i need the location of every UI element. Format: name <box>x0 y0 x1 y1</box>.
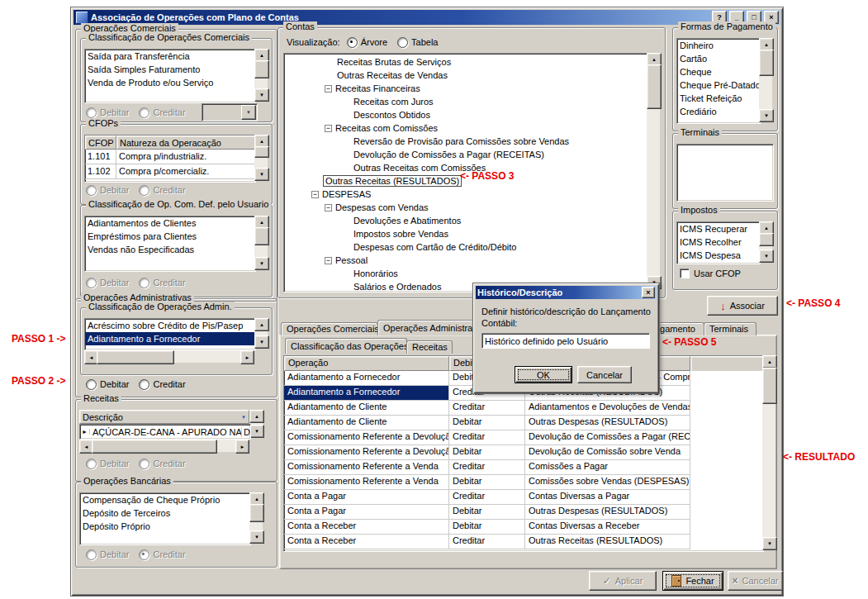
tab-operacoes-comerciais[interactable]: Operações Comerciais <box>281 322 378 335</box>
radio-tabela[interactable] <box>397 37 408 48</box>
list-formas-pagamento[interactable]: Dinheiro Cartão Cheque Cheque Pré-Datado… <box>676 38 761 124</box>
grid-cell[interactable]: Creditar <box>449 430 525 445</box>
list-item[interactable]: Crediário <box>677 105 760 118</box>
grid-row[interactable]: Comissionamento Referente a Venda Debita… <box>284 475 763 490</box>
grid-cell[interactable]: Comissionamento Referente a Devolução <box>284 430 449 445</box>
list-item[interactable]: Ticket Refeição <box>677 92 760 105</box>
tree-item[interactable]: −Pessoal <box>284 254 647 267</box>
scroll-down-icon[interactable]: ▼ <box>759 109 774 122</box>
natureza-cell[interactable]: Compra p/comercializ. <box>116 164 255 179</box>
list-item[interactable]: Depósito de Terceiros <box>80 506 250 520</box>
cfop-column-header[interactable]: CFOP ▲ <box>85 135 116 150</box>
grid-cell[interactable]: Debitar <box>449 520 525 535</box>
historico-input[interactable] <box>481 333 650 349</box>
cfop-cell[interactable]: 1.102 <box>85 164 116 179</box>
list-terminais[interactable] <box>676 144 774 202</box>
tree-item[interactable]: −Receitas com Comissões <box>284 121 647 135</box>
list-item[interactable]: Saída Simples Faturamento <box>85 63 255 76</box>
radio-creditar[interactable] <box>139 379 149 390</box>
natureza-cell[interactable]: Compra p/industrializ. <box>116 150 255 164</box>
list-def-usuario[interactable]: Adiantamentos de Clientes Empréstimos pa… <box>84 216 256 272</box>
tree-item[interactable]: Reversão de Provisão para Comissões sobr… <box>284 135 647 148</box>
list-item[interactable]: Empréstimos para Clientes <box>85 230 255 243</box>
vertical-scrollbar[interactable]: ▲ ▼ <box>762 355 776 550</box>
list-item[interactable]: ICMS Recolher <box>677 235 760 249</box>
scrollbar-thumb[interactable] <box>92 440 217 454</box>
receita-descricao[interactable]: AÇÚCAR-DE-CANA - APURADO NA DAPI <box>90 427 241 437</box>
list-operacoes-bancarias[interactable]: Compensação de Cheque Próprio Depósito d… <box>79 492 251 545</box>
list-item[interactable]: Vendas não Especificadas <box>85 243 255 256</box>
grid-cell[interactable]: Comissionamento Referente a Venda <box>284 460 449 475</box>
tree-item[interactable]: Honorários <box>284 267 647 280</box>
tree-item[interactable]: Despesas com Cartão de Crédito/Débito <box>284 240 647 254</box>
grid-cell[interactable]: Comissionamento Referente a Devolução <box>284 445 449 460</box>
grid-cell[interactable]: Contas Diversas a Pagar <box>525 490 690 505</box>
grid-cell[interactable]: Debitar <box>449 416 525 430</box>
cfop-row[interactable]: 1.102 Compra p/comercializ. <box>85 164 255 179</box>
grid-cell[interactable]: Devolução de Comissão sobre Venda <box>525 445 690 460</box>
tab-terminais[interactable]: Terminais <box>704 322 757 335</box>
grid-cell[interactable]: Creditar <box>449 401 525 416</box>
grid-cell[interactable]: Debitar <box>449 475 525 490</box>
list-item[interactable]: Adiantamentos de Clientes <box>85 216 255 230</box>
scroll-down-icon[interactable]: ▼ <box>759 250 774 263</box>
vertical-scrollbar[interactable]: ▲ ▼ <box>254 318 268 349</box>
vertical-scrollbar[interactable]: ▲ ▼ <box>647 53 660 289</box>
scroll-up-icon[interactable]: ▲ <box>254 318 269 331</box>
grid-cell[interactable]: Adiantamento a Fornecedor <box>284 386 449 401</box>
list-classificacao-comerciais[interactable]: Saída para Transferência Saída Simples F… <box>84 49 256 103</box>
grid-header-operacao[interactable]: Operação <box>284 356 449 371</box>
scrollbar-thumb[interactable] <box>759 50 774 76</box>
scroll-up-icon[interactable]: ▲ <box>762 355 777 368</box>
list-item[interactable]: Venda de Produto e/ou Serviço <box>85 76 255 89</box>
scroll-right-icon[interactable]: ► <box>235 440 249 454</box>
grid-cell[interactable]: Conta a Pagar <box>284 490 449 505</box>
vertical-scrollbar[interactable]: ▲ ▼ <box>759 221 772 263</box>
associar-button[interactable]: ↓ Associar <box>707 296 778 316</box>
tree-item[interactable]: Impostos sobre Vendas <box>284 227 647 240</box>
list-item-selected[interactable]: Adiantamento a Fornecedor <box>85 332 255 345</box>
cfop-cell[interactable]: 1.101 <box>85 150 116 164</box>
scrollbar-thumb[interactable] <box>254 146 269 158</box>
scroll-down-icon[interactable]: ▼ <box>254 335 269 349</box>
grid-cell[interactable]: Conta a Receber <box>284 535 449 549</box>
grid-cell[interactable]: Devolução de Comissões a Pagar (RECEITAS… <box>525 430 690 445</box>
grid-cell[interactable]: Debitar <box>449 505 525 520</box>
vertical-scrollbar[interactable]: ▲ ▼ <box>254 216 268 270</box>
collapse-icon[interactable]: − <box>311 191 319 198</box>
ok-button[interactable]: OK <box>515 366 572 383</box>
scrollbar-thumb[interactable] <box>647 64 662 109</box>
tree-item[interactable]: Devoluções e Abatimentos <box>284 214 647 227</box>
tree-item[interactable]: Outras Receitas de Vendas <box>284 69 647 82</box>
descricao-column-header[interactable]: Descrição ▼ <box>79 410 249 424</box>
grid-cell[interactable]: Outras Despesas (RESULTADOS) <box>525 505 690 520</box>
list-item[interactable]: Compensação de Cheque Próprio <box>80 493 250 506</box>
title-bar[interactable]: Associação de Operações com Plano de Con… <box>74 10 780 25</box>
grid-cell[interactable]: Conta a Receber <box>284 520 449 535</box>
grid-row[interactable]: Conta a Pagar Debitar Outras Despesas (R… <box>284 505 763 520</box>
grid-cell[interactable]: Adiantamentos e Devoluções de Vendas <box>525 401 690 416</box>
dialog-title-bar[interactable]: Histórico/Descrição × <box>476 286 657 299</box>
grid-cell[interactable]: Adiantamento a Fornecedor <box>284 371 449 386</box>
scrollbar-thumb[interactable] <box>254 60 269 78</box>
vertical-scrollbar[interactable]: ▲ ▼ <box>249 410 263 438</box>
grid-row[interactable]: Conta a Pagar Creditar Contas Diversas a… <box>284 490 763 505</box>
cfop-grid[interactable]: CFOP ▲ Natureza da Operacação 1.101 Comp… <box>84 135 256 183</box>
grid-cell[interactable]: Contas Diversas a Receber <box>525 520 690 535</box>
grid-cell[interactable]: Adiantamento de Cliente <box>284 416 449 430</box>
collapse-icon[interactable]: − <box>325 257 332 264</box>
horizontal-scrollbar[interactable]: ◄ ► <box>79 440 249 452</box>
scrollbar-thumb[interactable] <box>762 368 777 404</box>
grid-cell[interactable]: Conta a Pagar <box>284 505 449 520</box>
filter-icon[interactable]: ▼ <box>241 415 246 420</box>
collapse-icon[interactable]: − <box>325 85 332 93</box>
scroll-up-icon[interactable]: ▲ <box>249 410 264 423</box>
grid-cell[interactable]: Outras Receitas (RESULTADOS) <box>525 535 690 549</box>
grid-row[interactable]: Adiantamento de Cliente Creditar Adianta… <box>284 401 763 416</box>
grid-row[interactable]: Comissionamento Referente a Devolução Cr… <box>284 430 763 445</box>
collapse-icon[interactable]: − <box>325 125 332 132</box>
tree-item[interactable]: −DESPESAS <box>284 188 647 201</box>
collapse-icon[interactable]: − <box>325 204 332 212</box>
radio-arvore[interactable] <box>347 37 358 48</box>
list-item[interactable]: ICMS Recuperar <box>677 222 760 235</box>
